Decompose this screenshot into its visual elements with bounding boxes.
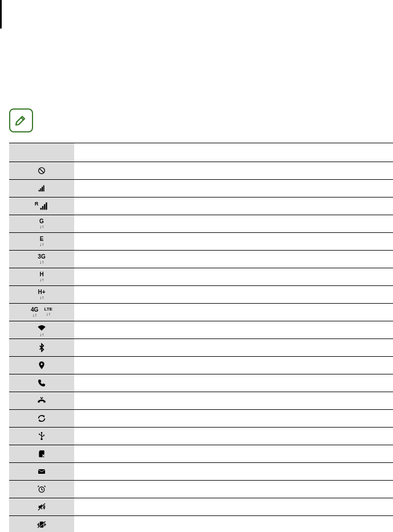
svg-rect-6 (40, 208, 42, 209)
note-icon (9, 108, 33, 132)
desc-cell (74, 304, 393, 321)
table-header-row (9, 143, 393, 162)
desc-cell (74, 374, 393, 392)
no-sim-icon (9, 445, 74, 462)
desc-cell (74, 428, 393, 445)
table-row (9, 410, 393, 428)
desc-cell (74, 268, 393, 285)
table-row: ↓↑ (9, 321, 393, 339)
table-row: H↓↑ (9, 268, 393, 286)
signal-strength-icon (9, 180, 74, 197)
table-row (9, 463, 393, 481)
page: R G↓↑ E↓↑ 3G↓↑ (0, 0, 393, 532)
svg-rect-5 (43, 186, 44, 192)
bluetooth-icon (9, 339, 74, 356)
svg-line-1 (40, 169, 44, 173)
svg-point-10 (40, 363, 42, 365)
table-row (9, 481, 393, 498)
table-row (9, 516, 393, 532)
table-row (9, 357, 393, 374)
edge-network-icon: E↓↑ (9, 233, 74, 250)
hspa-plus-network-icon: H+↓↑ (9, 286, 74, 303)
header-icon-cell (9, 143, 74, 162)
vibrate-icon (9, 516, 74, 532)
desc-cell (74, 198, 393, 215)
missed-call-icon (9, 392, 74, 409)
desc-cell (74, 357, 393, 374)
gps-location-icon (9, 357, 74, 374)
desc-cell (74, 463, 393, 480)
desc-cell (74, 162, 393, 179)
table-row: 4G↓↑ LTE↓↑ (9, 304, 393, 321)
svg-rect-13 (38, 469, 45, 474)
desc-cell (74, 286, 393, 303)
table-row (9, 339, 393, 357)
table-row (9, 162, 393, 180)
svg-rect-9 (46, 203, 47, 210)
sync-icon (9, 410, 74, 427)
table-row: E↓↑ (9, 233, 393, 251)
indicator-icons-table: R G↓↑ E↓↑ 3G↓↑ (9, 143, 393, 532)
table-row (9, 392, 393, 410)
new-message-icon (9, 463, 74, 480)
svg-rect-7 (42, 206, 43, 209)
call-in-progress-icon (9, 374, 74, 392)
alarm-icon (9, 481, 74, 498)
desc-cell (74, 339, 393, 356)
desc-cell (74, 321, 393, 338)
table-row: H+↓↑ (9, 286, 393, 304)
svg-rect-8 (44, 204, 45, 210)
svg-rect-2 (39, 190, 40, 192)
table-row (9, 445, 393, 463)
desc-cell (74, 516, 393, 532)
3g-network-icon: 3G↓↑ (9, 251, 74, 268)
roaming-icon: R (9, 198, 74, 215)
header-accent-bar (0, 0, 2, 29)
desc-cell (74, 215, 393, 232)
svg-rect-3 (40, 188, 41, 191)
no-signal-icon (9, 162, 74, 179)
table-row: G↓↑ (9, 215, 393, 233)
gprs-network-icon: G↓↑ (9, 215, 74, 232)
desc-cell (74, 392, 393, 409)
table-row (9, 428, 393, 445)
table-row (9, 498, 393, 516)
desc-cell (74, 410, 393, 427)
mute-icon (9, 498, 74, 515)
svg-rect-4 (42, 187, 43, 191)
desc-cell (74, 233, 393, 250)
wifi-icon: ↓↑ (9, 321, 74, 338)
desc-cell (74, 498, 393, 515)
hspa-network-icon: H↓↑ (9, 268, 74, 285)
table-row (9, 374, 393, 392)
desc-cell (74, 481, 393, 498)
desc-cell (74, 445, 393, 462)
svg-point-12 (40, 438, 42, 440)
4g-lte-network-icon: 4G↓↑ LTE↓↑ (9, 304, 74, 321)
usb-connected-icon (9, 428, 74, 445)
desc-cell (74, 180, 393, 197)
table-row: R (9, 198, 393, 215)
desc-cell (74, 251, 393, 268)
table-row: 3G↓↑ (9, 251, 393, 268)
header-desc-cell (74, 143, 393, 162)
table-row (9, 180, 393, 198)
